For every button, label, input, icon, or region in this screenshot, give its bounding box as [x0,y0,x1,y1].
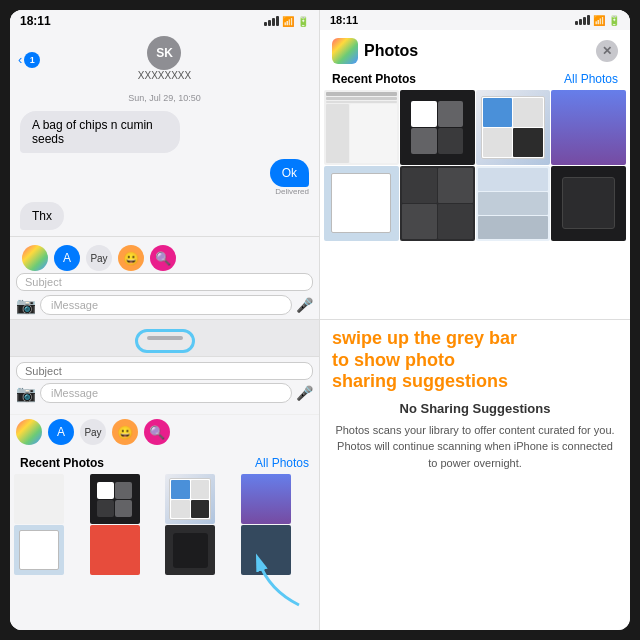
message-timestamp: Sun, Jul 29, 10:50 [20,93,309,103]
no-sharing-desc: Photos scans your library to offer conte… [332,422,618,472]
received-bubble: A bag of chips n cumin seeds [20,111,180,153]
back-chevron-icon: ‹ [18,52,22,67]
back-badge: 1 [24,52,40,68]
bl-all-photos-link[interactable]: All Photos [255,456,309,470]
bl-search-icon[interactable]: 🔍 [144,419,170,445]
bl-photo-6[interactable] [90,525,140,575]
photos-title-group: Photos [332,38,418,64]
close-button[interactable]: ✕ [596,40,618,62]
delivered-label: Delivered [20,187,309,196]
swipe-circle-highlight [135,329,195,353]
bl-camera-icon[interactable]: 📷 [16,384,36,403]
bl-subject-input[interactable] [16,362,313,380]
time-tl: 18:11 [20,14,51,28]
bl-photos-icon[interactable] [16,419,42,445]
bl-mic-icon[interactable]: 🎤 [296,385,313,401]
app-strip: A Pay 😀 🔍 [16,241,313,273]
bl-photo-grid [10,474,319,575]
bl-input-row: 📷 iMessage 🎤 [16,383,313,403]
bl-pay-icon[interactable]: Pay [80,419,106,445]
photo-thumb-6[interactable] [400,166,475,241]
imessage-input-area: A Pay 😀 🔍 Subject 📷 iMessage 🎤 [10,236,319,319]
bl-photo-4[interactable] [241,474,291,524]
photo-thumb-2[interactable] [400,90,475,165]
photos-app-icon[interactable] [22,245,48,271]
bl-photo-1[interactable] [14,474,64,524]
swipe-handle-area[interactable] [10,320,319,356]
panel-imessage: 18:11 📶 🔋 ‹ 1 SK XXXXXXXX [10,10,320,320]
bl-photo-5[interactable] [14,525,64,575]
photos-app-icon-tr [332,38,358,64]
bl-appstore-icon[interactable]: A [48,419,74,445]
swipe-instruction: swipe up the grey bar to show photo shar… [332,328,618,393]
subject-field[interactable]: Subject [16,273,313,291]
status-bar-tr: 18:11 📶 🔋 [320,10,630,30]
time-tr: 18:11 [330,14,358,26]
status-icons-tr: 📶 🔋 [575,15,620,26]
mic-icon[interactable]: 🎤 [296,297,313,313]
bl-input-area: 📷 iMessage 🎤 [10,356,319,407]
bl-imessage-field[interactable]: iMessage [40,383,292,403]
panel-photos: 18:11 📶 🔋 Photos ✕ Recent Photos All [320,10,630,320]
photo-thumb-1[interactable] [324,90,399,165]
bl-photo-3[interactable] [165,474,215,524]
signal-icon [264,16,279,26]
photo-thumb-4[interactable] [551,90,626,165]
stickers-icon[interactable]: 😀 [118,245,144,271]
contact-name: XXXXXXXX [138,70,191,83]
recent-photos-header: Recent Photos All Photos [320,68,630,90]
status-icons-tl: 📶 🔋 [264,16,309,27]
photo-thumb-3[interactable] [476,90,551,165]
panel-instruction: swipe up the grey bar to show photo shar… [320,320,630,630]
bl-app-strip: A Pay 😀 🔍 [10,414,319,449]
bl-photos-section: Recent Photos All Photos [10,448,319,630]
photo-thumb-8[interactable] [551,166,626,241]
messages-area: Sun, Jul 29, 10:50 A bag of chips n cumi… [10,87,319,236]
signal-icon-tr [575,15,590,25]
bl-recent-header: Recent Photos All Photos [10,448,319,474]
imessage-input[interactable]: iMessage [40,295,292,315]
battery-icon-tr: 🔋 [608,15,620,26]
photo-thumb-7[interactable] [476,166,551,241]
bl-stickers-icon[interactable]: 😀 [112,419,138,445]
recent-photos-label: Recent Photos [332,72,416,86]
bl-photo-8[interactable] [241,525,291,575]
bl-photo-7[interactable] [165,525,215,575]
battery-icon: 🔋 [297,16,309,27]
received-bubble-thx: Thx [20,202,64,230]
wifi-icon: 📶 [282,16,294,27]
photo-grid-tr [320,90,630,241]
bl-recent-label: Recent Photos [20,456,104,470]
photos-title-text: Photos [364,42,418,60]
all-photos-link[interactable]: All Photos [564,72,618,86]
applepay-icon[interactable]: Pay [86,245,112,271]
photo-thumb-5[interactable] [324,166,399,241]
input-row: 📷 iMessage 🎤 [16,295,313,315]
panel-imessage-swipe: 📷 iMessage 🎤 A Pay 😀 🔍 Recent Photos All… [10,320,320,630]
avatar: SK [147,36,181,70]
status-bar-tl: 18:11 📶 🔋 [10,10,319,32]
sent-bubble-ok: Ok [270,159,309,187]
camera-icon[interactable]: 📷 [16,296,36,315]
wifi-icon-tr: 📶 [593,15,605,26]
bl-photo-2[interactable] [90,474,140,524]
back-button[interactable]: ‹ 1 [18,52,40,68]
photos-header: Photos ✕ [320,30,630,68]
search-app-icon[interactable]: 🔍 [150,245,176,271]
main-container: 18:11 📶 🔋 ‹ 1 SK XXXXXXXX [10,10,630,630]
no-sharing-title: No Sharing Suggestions [332,401,618,416]
nav-bar-tl: ‹ 1 SK XXXXXXXX [10,32,319,87]
appstore-icon[interactable]: A [54,245,80,271]
